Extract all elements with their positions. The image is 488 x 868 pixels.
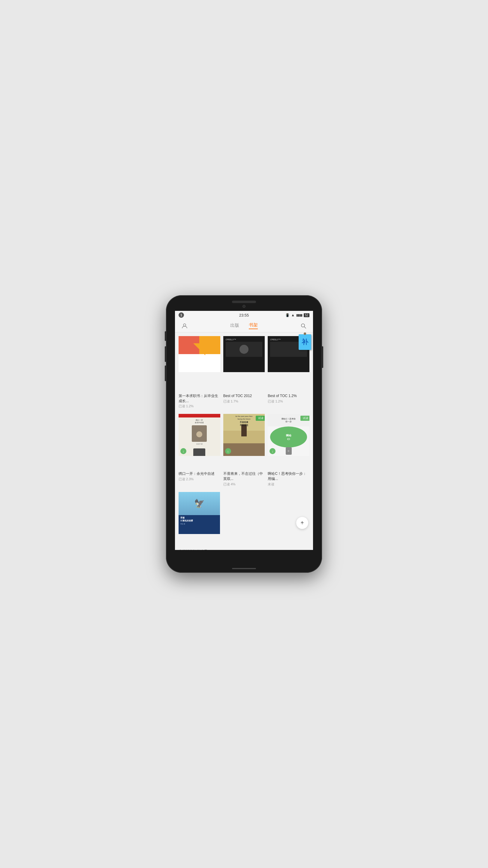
- book-row-3: 🦅 穿越计算机的迷雾 李忠 著 穿越计算机的迷雾 已读 76.9%: [178, 492, 310, 550]
- phone-device: 1 23:55 📳 ▲ ▮▮▮▮ 52: [166, 295, 322, 573]
- book-progress: 已读 2.3%: [178, 477, 220, 482]
- list-item[interactable]: 绣口一开余光中自述 余光中 著 ↓: [178, 414, 220, 486]
- clock: 23:55: [239, 313, 249, 317]
- list-item[interactable]: 第一本求职书：从毕业生成长... 已读 1.2%: [178, 336, 220, 408]
- volume-down-button[interactable]: [165, 366, 166, 381]
- tab-publish[interactable]: 出版: [230, 322, 239, 329]
- notification-badge: 1: [178, 312, 184, 318]
- book-title: Best of TOC 1.2%: [268, 394, 310, 399]
- book-progress: 已读 1.2%: [268, 399, 310, 404]
- list-item[interactable]: O'REILLY™ 补 Best of TOC 1.2% 已读 1.2%: [268, 336, 310, 408]
- book-grid: 第一本求职书：从毕业生成长... 已读 1.2% O'REILLY™ Best …: [175, 333, 313, 550]
- tab-shelf[interactable]: 书架: [249, 322, 258, 329]
- list-item[interactable]: 啊哈C！思考快你一步 啊哈C! C 试读: [268, 414, 310, 486]
- speaker-grill: [232, 301, 256, 303]
- scroll-to-top-button[interactable]: [296, 517, 308, 529]
- book-cover-1: [178, 336, 220, 392]
- book-progress: 已读 1.7%: [223, 399, 265, 404]
- book-row-2: 绣口一开余光中自述 余光中 著 ↓: [178, 414, 310, 486]
- signal-icon: ▮▮▮▮: [296, 313, 302, 317]
- battery-indicator: 52: [304, 313, 310, 317]
- book-title: 第一本求职书：从毕业生成长...: [178, 394, 220, 404]
- trial-badge: 试读: [256, 416, 265, 421]
- supplement-badge: 补: [299, 334, 311, 350]
- book-title: 穿越计算机的迷雾: [178, 549, 220, 550]
- book-cover-4: 绣口一开余光中自述 余光中 著 ↓: [178, 414, 220, 469]
- mute-button[interactable]: [165, 331, 166, 341]
- book-cover-5: let the past pass thenfacing the future …: [223, 414, 265, 469]
- nav-tabs: 出版 书架: [230, 322, 258, 329]
- book-row-1: 第一本求职书：从毕业生成长... 已读 1.2% O'REILLY™ Best …: [178, 336, 310, 408]
- book-progress: 未读: [268, 482, 310, 487]
- svg-point-0: [183, 324, 186, 326]
- home-indicator[interactable]: [232, 568, 256, 569]
- profile-icon[interactable]: [180, 321, 189, 331]
- navigation-bar: 出版 书架: [175, 319, 313, 333]
- book-title: Best of TOC 2012: [223, 394, 265, 399]
- download-icon-3: ↓: [269, 448, 275, 454]
- list-item[interactable]: O'REILLY™ Best of TOC 2012 已读 1.7%: [223, 336, 265, 408]
- power-button[interactable]: [322, 346, 323, 368]
- supplement-char: 补: [302, 339, 308, 345]
- svg-point-1: [301, 324, 305, 327]
- book-cover-3: O'REILLY™ 补: [268, 336, 310, 392]
- list-item[interactable]: let the past pass thenfacing the future …: [223, 414, 265, 486]
- book-progress: 已读 1.2%: [178, 404, 220, 408]
- list-item[interactable]: 🦅 穿越计算机的迷雾 李忠 著 穿越计算机的迷雾 已读 76.9%: [178, 492, 220, 550]
- phone-screen: 1 23:55 📳 ▲ ▮▮▮▮ 52: [175, 311, 313, 550]
- book-cover-6: 啊哈C！思考快你一步 啊哈C! C 试读: [268, 414, 310, 469]
- phone-vibrate-icon: 📳: [285, 313, 290, 317]
- front-camera: [242, 305, 246, 308]
- book-title: 绣口一开：余光中自述: [178, 471, 220, 476]
- wifi-icon: ▲: [291, 313, 295, 317]
- status-bar: 1 23:55 📳 ▲ ▮▮▮▮ 52: [175, 311, 313, 319]
- volume-up-button[interactable]: [165, 346, 166, 362]
- book-cover-7: 🦅 穿越计算机的迷雾 李忠 著: [178, 492, 220, 547]
- trial-badge-2: 试读: [300, 416, 310, 421]
- svg-line-2: [304, 327, 306, 328]
- book-title: 啊哈C！思考快你一步：用编...: [268, 471, 310, 482]
- status-right: 📳 ▲ ▮▮▮▮ 52: [285, 313, 310, 317]
- book-progress: 已读 4%: [223, 482, 265, 487]
- status-left: 1: [178, 312, 184, 318]
- book-title: 不畏将来，不念过往（中英双...: [223, 471, 265, 482]
- search-icon[interactable]: [299, 321, 308, 331]
- book-cover-2: O'REILLY™: [223, 336, 265, 392]
